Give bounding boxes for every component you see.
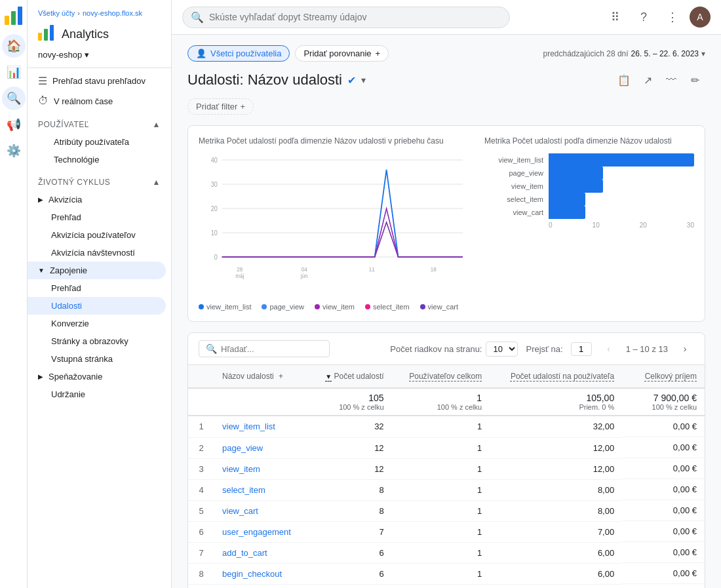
event-name-link[interactable]: view_item bbox=[222, 464, 260, 474]
user-section-header[interactable]: Používateľ ▲ bbox=[28, 116, 171, 133]
bar-row: view_item_list bbox=[484, 153, 694, 167]
breadcrumb-property[interactable]: novy-eshop.flox.sk bbox=[83, 9, 142, 17]
add-filter-btn[interactable]: Pridať filter + bbox=[187, 98, 254, 115]
acquisition-expand-icon: ▶ bbox=[38, 196, 43, 203]
sidebar-item-eng-events[interactable]: Udalosti bbox=[28, 297, 166, 315]
event-name-link[interactable]: select_item bbox=[222, 485, 265, 495]
event-name-link[interactable]: add_to_cart bbox=[222, 548, 267, 558]
charts-section: Metrika Počet udalostí podľa dimenzie Ná… bbox=[187, 125, 705, 322]
sidebar-item-eng-pages[interactable]: Stránky a obrazovky bbox=[28, 332, 166, 350]
customize-report-icon[interactable]: 📋 bbox=[614, 69, 634, 90]
more-options-icon[interactable]: ⋮ bbox=[661, 5, 684, 29]
event-name-link[interactable]: view_item_list bbox=[222, 421, 275, 431]
edit-icon[interactable]: ✏ bbox=[684, 69, 705, 90]
search-input[interactable] bbox=[209, 12, 501, 22]
table-search-input[interactable] bbox=[221, 344, 322, 354]
svg-rect-0 bbox=[5, 16, 9, 25]
bar-axis: 0 10 20 30 bbox=[484, 222, 694, 229]
prev-page-btn[interactable]: ‹ bbox=[600, 340, 618, 358]
svg-text:18: 18 bbox=[431, 266, 437, 273]
avatar[interactable]: A bbox=[690, 7, 711, 28]
line-chart-title: Metrika Počet udalostí podľa dimenzie Ná… bbox=[199, 136, 469, 146]
row-users: 1 bbox=[392, 458, 490, 479]
row-users: 1 bbox=[392, 542, 490, 563]
insights-icon[interactable]: 〰 bbox=[661, 69, 682, 90]
table-row: 1 view_item_list 32 1 32,00 0,00 € bbox=[188, 416, 705, 437]
summary-per-user-note: Priem. 0 % bbox=[497, 403, 614, 411]
sidebar-group-engagement[interactable]: ▼ Zapojenie bbox=[28, 262, 166, 279]
table-body: 105 100 % z celku 1 100 % z celku 105,00… bbox=[188, 388, 705, 588]
svg-rect-5 bbox=[50, 25, 54, 41]
breadcrumb-all-accounts[interactable]: Všetky účty bbox=[38, 9, 75, 17]
add-col-icon[interactable]: + bbox=[279, 372, 283, 381]
sidebar-group-monetization[interactable]: ▶ Speňažovanie bbox=[28, 368, 171, 385]
sidebar-item-overview[interactable]: ☰ Prehľad stavu prehľadov bbox=[28, 71, 166, 91]
legend-dot-view-item-list bbox=[199, 304, 204, 309]
all-users-chip[interactable]: 👤 Všetci používatelia bbox=[187, 45, 290, 62]
bar-label: view_cart bbox=[484, 208, 543, 216]
sidebar-item-eng-overview[interactable]: Prehľad bbox=[28, 279, 166, 297]
row-name: view_item_list bbox=[214, 416, 308, 437]
sidebar-item-realtime[interactable]: ⏱ V reálnom čase bbox=[28, 91, 166, 111]
page-title-row: Udalosti: Názov udalosti ✔ ▾ 📋 ↗ 〰 ✏ bbox=[187, 69, 705, 90]
app-title: Analytics bbox=[62, 28, 109, 41]
bar-label: view_item bbox=[484, 182, 543, 190]
event-name-link[interactable]: user_engagement bbox=[222, 527, 291, 537]
table-summary-row: 105 100 % z celku 1 100 % z celku 105,00… bbox=[188, 388, 705, 416]
date-range-value[interactable]: 26. 5. – 22. 6. 2023 bbox=[631, 49, 699, 58]
help-icon[interactable]: ? bbox=[632, 5, 655, 29]
sidebar-item-user-attributes[interactable]: Atribúty používateľa bbox=[28, 133, 166, 151]
bar-label: view_item_list bbox=[484, 156, 543, 164]
row-num: 7 bbox=[188, 542, 214, 563]
event-name-link[interactable]: page_view bbox=[222, 443, 263, 453]
sidebar-item-acq-traffic[interactable]: Akvizícia návštevností bbox=[28, 244, 166, 262]
row-name: add_to_cart bbox=[214, 542, 308, 563]
event-name-link[interactable]: begin_checkout bbox=[222, 569, 282, 579]
table-toolbar: 🔍 Počet riadkov na stranu: 10 25 50 Prej… bbox=[188, 333, 705, 365]
next-page-btn[interactable]: › bbox=[676, 340, 694, 358]
sidebar-group-acquisition[interactable]: ▶ Akvizícia bbox=[28, 191, 171, 208]
bar-chart: Metrika Počet udalostí podľa dimenzie Ná… bbox=[484, 136, 694, 311]
sidebar-item-eng-landing[interactable]: Vstupná stránka bbox=[28, 350, 166, 368]
table-row: 9 scroll 6 1 6,00 0,00 € bbox=[188, 584, 705, 588]
svg-rect-4 bbox=[44, 29, 48, 41]
svg-rect-3 bbox=[38, 33, 42, 41]
svg-rect-1 bbox=[11, 11, 16, 25]
rows-per-page-select[interactable]: 10 25 50 bbox=[486, 342, 518, 357]
app-logo-icon[interactable] bbox=[3, 5, 24, 26]
title-dropdown-icon[interactable]: ▾ bbox=[361, 75, 366, 85]
summary-revenue: 7 900,00 € bbox=[630, 393, 697, 403]
row-users: 1 bbox=[392, 521, 490, 542]
home-icon[interactable]: 🏠 bbox=[2, 34, 26, 58]
date-range-dropdown-icon[interactable]: ▾ bbox=[701, 49, 705, 58]
nav-section-top: ☰ Prehľad stavu prehľadov ⏱ V reálnom ča… bbox=[28, 68, 171, 113]
sidebar-item-eng-conversions[interactable]: Konverzie bbox=[28, 315, 166, 332]
row-num: 5 bbox=[188, 500, 214, 521]
bar-row: page_view bbox=[484, 167, 694, 180]
search-box[interactable]: 🔍 bbox=[182, 7, 510, 28]
revenue-value: 0,00 € bbox=[673, 526, 697, 536]
table-row: 3 view_item 12 1 12,00 0,00 € bbox=[188, 458, 705, 479]
sidebar-item-retention[interactable]: Udržanie bbox=[28, 385, 166, 403]
advertising-icon[interactable]: 📢 bbox=[2, 113, 26, 136]
sidebar-item-acq-users[interactable]: Akvizícia používateľov bbox=[28, 226, 166, 244]
sidebar-item-tech[interactable]: Technológie bbox=[28, 151, 166, 168]
sidebar-item-realtime-label: V reálnom čase bbox=[54, 96, 113, 106]
lifecycle-section-header[interactable]: Životný cyklus ▲ bbox=[28, 174, 171, 191]
reports-icon[interactable]: 📊 bbox=[2, 60, 26, 84]
apps-icon[interactable]: ⠿ bbox=[603, 5, 627, 29]
page-title: Udalosti: Názov udalosti ✔ ▾ bbox=[187, 71, 366, 88]
add-comparison-btn[interactable]: Pridať porovnanie + bbox=[295, 45, 389, 62]
table-search-box[interactable]: 🔍 bbox=[199, 340, 330, 357]
explore-icon[interactable]: 🔍 bbox=[2, 87, 26, 110]
event-name-link[interactable]: view_cart bbox=[222, 506, 258, 516]
bar-fill bbox=[549, 153, 694, 167]
row-revenue: 0,00 € bbox=[622, 458, 705, 479]
table-header-row: Názov udalosti + ▼ Počet udalostí Použív… bbox=[188, 365, 705, 388]
property-selector[interactable]: novy-eshop ▾ bbox=[38, 47, 161, 62]
row-per-user: 7,00 bbox=[490, 521, 622, 542]
config-icon[interactable]: ⚙️ bbox=[2, 139, 26, 163]
pagination-page-input[interactable] bbox=[571, 342, 592, 356]
share-icon[interactable]: ↗ bbox=[637, 69, 658, 90]
sidebar-item-acq-overview[interactable]: Prehľad bbox=[28, 208, 166, 226]
